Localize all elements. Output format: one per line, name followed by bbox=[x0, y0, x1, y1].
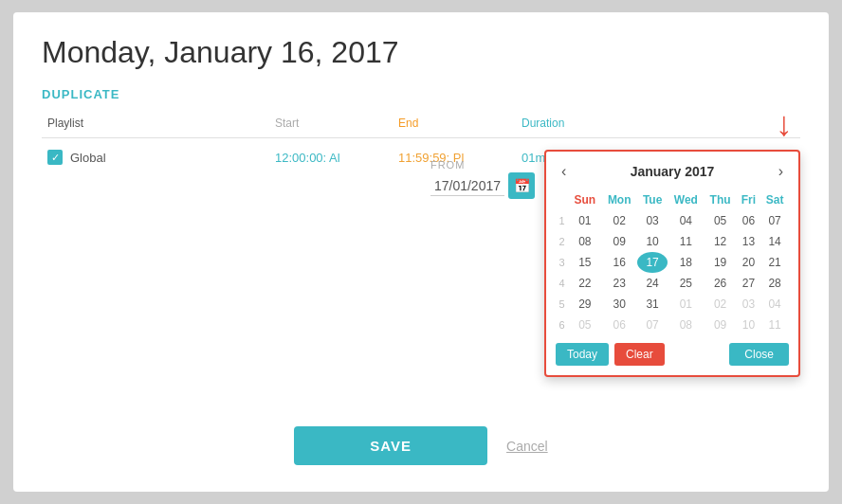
calendar-day[interactable]: 07 bbox=[637, 315, 668, 335]
playlist-name: Global bbox=[70, 151, 106, 165]
col-header-start: Start bbox=[269, 113, 393, 134]
table-header: Playlist Start End Duration bbox=[42, 113, 800, 138]
col-week-num bbox=[556, 189, 568, 210]
calendar-day[interactable]: 22 bbox=[568, 273, 601, 294]
calendar-day[interactable]: 18 bbox=[668, 252, 704, 273]
calendar-day[interactable]: 16 bbox=[601, 252, 637, 273]
week-number: 4 bbox=[556, 273, 568, 294]
calendar-day[interactable]: 06 bbox=[601, 315, 637, 335]
calendar-week-row: 101020304050607 bbox=[556, 210, 789, 231]
from-label: FROM bbox=[430, 159, 465, 171]
calendar-day[interactable]: 28 bbox=[760, 273, 789, 294]
calendar-footer: Today Clear Close bbox=[556, 343, 789, 366]
calendar-day[interactable]: 05 bbox=[568, 315, 601, 335]
col-sat: Sat bbox=[760, 189, 789, 210]
calendar-week-row: 208091011121314 bbox=[556, 231, 789, 252]
calendar-day[interactable]: 21 bbox=[760, 252, 789, 273]
col-header-duration: Duration bbox=[516, 113, 630, 134]
cancel-link[interactable]: Cancel bbox=[506, 439, 548, 454]
calendar-icon-button[interactable]: 📅 bbox=[508, 172, 535, 199]
calendar-day[interactable]: 24 bbox=[637, 273, 668, 294]
calendar-week-row: 422232425262728 bbox=[556, 273, 789, 294]
col-wed: Wed bbox=[668, 189, 704, 210]
calendar-day[interactable]: 09 bbox=[705, 315, 737, 335]
date-input-row: 17/01/2017 📅 bbox=[430, 172, 535, 199]
week-number: 3 bbox=[556, 252, 568, 273]
prev-month-button[interactable]: ‹ bbox=[556, 161, 572, 182]
calendar-day[interactable]: 07 bbox=[760, 210, 789, 231]
page-title: Monday, January 16, 2017 bbox=[42, 35, 800, 70]
calendar-day[interactable]: 27 bbox=[737, 273, 760, 294]
playlist-cell: ✓ Global bbox=[42, 148, 269, 167]
calendar-day[interactable]: 11 bbox=[668, 231, 704, 252]
calendar-day[interactable]: 30 bbox=[601, 294, 637, 315]
calendar-day[interactable]: 06 bbox=[737, 210, 760, 231]
calendar-month-title: January 2017 bbox=[631, 164, 715, 179]
calendar-day[interactable]: 02 bbox=[705, 294, 737, 315]
calendar-day[interactable]: 10 bbox=[637, 231, 668, 252]
col-header-end: End bbox=[393, 113, 516, 134]
week-number: 6 bbox=[556, 315, 568, 335]
calendar-weekday-row: Sun Mon Tue Wed Thu Fri Sat bbox=[556, 189, 789, 210]
calendar-day[interactable]: 13 bbox=[737, 231, 760, 252]
clear-button[interactable]: Clear bbox=[614, 343, 665, 366]
calendar-day[interactable]: 26 bbox=[705, 273, 737, 294]
calendar-week-row: 529303101020304 bbox=[556, 294, 789, 315]
calendar-header: ‹ January 2017 › bbox=[556, 161, 789, 182]
calendar-day[interactable]: 19 bbox=[705, 252, 737, 273]
save-button[interactable]: SAVE bbox=[294, 426, 487, 465]
week-number: 1 bbox=[556, 210, 568, 231]
section-title: DUPLICATE bbox=[42, 87, 800, 101]
calendar-day[interactable]: 03 bbox=[737, 294, 760, 315]
calendar-overlay: ‹ January 2017 › Sun Mon Tue Wed Thu Fri… bbox=[544, 150, 800, 377]
row-checkbox[interactable]: ✓ bbox=[47, 150, 63, 165]
calendar-day[interactable]: 03 bbox=[637, 210, 668, 231]
calendar-day[interactable]: 09 bbox=[601, 231, 637, 252]
calendar-day[interactable]: 01 bbox=[668, 294, 704, 315]
calendar-day[interactable]: 11 bbox=[760, 315, 789, 335]
calendar-grid: Sun Mon Tue Wed Thu Fri Sat 101020304050… bbox=[556, 189, 789, 335]
calendar-day[interactable]: 05 bbox=[705, 210, 737, 231]
col-sun: Sun bbox=[568, 189, 601, 210]
calendar-day[interactable]: 25 bbox=[668, 273, 704, 294]
start-time: 12:00:00: Al bbox=[269, 149, 393, 167]
calendar-day[interactable]: 20 bbox=[737, 252, 760, 273]
calendar-day[interactable]: 04 bbox=[668, 210, 704, 231]
week-number: 2 bbox=[556, 231, 568, 252]
calendar-day[interactable]: 12 bbox=[705, 231, 737, 252]
calendar-week-row: 605060708091011 bbox=[556, 315, 789, 335]
calendar-day[interactable]: 10 bbox=[737, 315, 760, 335]
today-button[interactable]: Today bbox=[556, 343, 609, 366]
col-mon: Mon bbox=[601, 189, 637, 210]
calendar-day[interactable]: 23 bbox=[601, 273, 637, 294]
col-fri: Fri bbox=[737, 189, 760, 210]
calendar-day[interactable]: 15 bbox=[568, 252, 601, 273]
col-tue: Tue bbox=[637, 189, 668, 210]
arrow-down-icon: ↓ bbox=[776, 107, 793, 141]
close-button[interactable]: Close bbox=[729, 343, 789, 366]
calendar-day[interactable]: 08 bbox=[568, 231, 601, 252]
calendar-day[interactable]: 02 bbox=[601, 210, 637, 231]
col-header-extra bbox=[630, 113, 800, 134]
calendar-day[interactable]: 29 bbox=[568, 294, 601, 315]
calendar-day[interactable]: 17 bbox=[637, 252, 668, 273]
check-icon: ✓ bbox=[51, 153, 60, 163]
calendar-day[interactable]: 04 bbox=[760, 294, 789, 315]
week-number: 5 bbox=[556, 294, 568, 315]
calendar-day[interactable]: 08 bbox=[668, 315, 704, 335]
from-section: FROM 17/01/2017 📅 bbox=[430, 159, 535, 199]
main-container: Monday, January 16, 2017 DUPLICATE Playl… bbox=[13, 12, 829, 492]
calendar-day[interactable]: 31 bbox=[637, 294, 668, 315]
col-header-playlist: Playlist bbox=[42, 113, 269, 134]
bottom-bar: SAVE Cancel bbox=[42, 426, 800, 465]
next-month-button[interactable]: › bbox=[773, 161, 789, 182]
date-display: 17/01/2017 bbox=[430, 176, 504, 196]
col-thu: Thu bbox=[705, 189, 737, 210]
calendar-day[interactable]: 14 bbox=[760, 231, 789, 252]
calendar-day[interactable]: 01 bbox=[568, 210, 601, 231]
calendar-week-row: 315161718192021 bbox=[556, 252, 789, 273]
